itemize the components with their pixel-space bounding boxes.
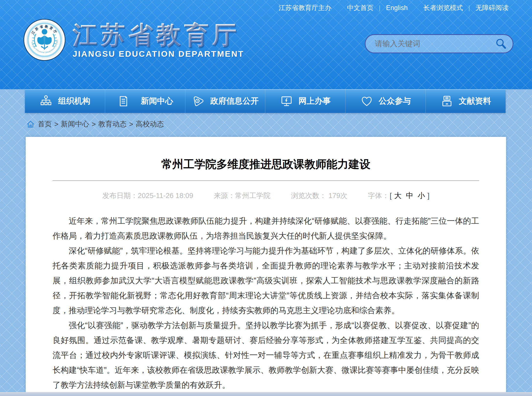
source-value: 常州工学院 — [235, 192, 270, 199]
breadcrumb-university-trends[interactable]: 高校动态 — [136, 119, 164, 129]
info-disclosure-icon — [192, 95, 205, 108]
breadcrumb-separator: > — [92, 120, 96, 128]
view-count-value: 179次 — [328, 192, 347, 199]
archive-icon — [440, 95, 454, 108]
title-divider — [53, 180, 479, 181]
nav-label: 组织机构 — [58, 96, 90, 107]
heart-icon — [360, 95, 373, 108]
breadcrumb-news-center[interactable]: 新闻中心 — [61, 119, 89, 129]
separator: ｜ — [466, 4, 472, 12]
elder-mode-link[interactable]: 长者浏览模式 — [423, 3, 463, 12]
nav-label: 文献资料 — [459, 96, 491, 107]
english-link[interactable]: English — [386, 4, 408, 12]
article-paragraph: 深化“研修赋能”，筑牢理论根基。坚持将理论学习与能力提升作为基础环节，构建了多层… — [53, 243, 479, 318]
breadcrumb-separator: > — [129, 120, 133, 128]
font-size-large-button[interactable]: 大 — [392, 191, 403, 201]
separator: ｜ — [377, 4, 383, 12]
home-icon — [26, 120, 35, 128]
nav-label: 政府信息公开 — [210, 96, 259, 107]
publish-date: 发布日期：2025-11-26 18:09 — [102, 191, 193, 201]
nav-item-news-center[interactable]: 新闻中心 — [105, 89, 185, 113]
nav-item-organization[interactable]: 组织机构 — [25, 89, 105, 113]
nav-label: 公众参与 — [379, 96, 411, 107]
article-paragraph: 强化“以赛强能”，驱动教学方法创新与质量提升。坚持以教学比赛为抓手，形成“以赛促… — [53, 318, 479, 392]
publish-date-label: 发布日期： — [102, 192, 138, 199]
font-size-small-button[interactable]: 小 — [416, 191, 427, 201]
article-meta: 发布日期：2025-11-26 18:09 来源：常州工学院 浏览次数： 179… — [26, 191, 506, 201]
nav-item-documents[interactable]: 文献资料 — [425, 89, 506, 113]
online-service-monitor-icon — [280, 95, 293, 108]
search-icon — [495, 38, 507, 50]
search-button[interactable] — [494, 37, 508, 51]
view-count: 浏览次数： 179次 — [291, 191, 347, 201]
article-card: 常州工学院多维度推进思政课教师能力建设 发布日期：2025-11-26 18:0… — [26, 137, 506, 393]
publish-date-value: 2025-11-26 18:09 — [138, 192, 193, 199]
chinese-home-link[interactable]: 中文首页 — [347, 3, 373, 12]
site-subtitle: JIANGSU EDUCATION DEPARTMENT — [73, 49, 244, 59]
font-size-label: 字体： — [368, 191, 389, 201]
top-utility-bar: 江苏省教育厅主办 中文首页 ｜ English 长者浏览模式 ｜ 无障碍阅读 — [278, 3, 509, 12]
breadcrumb: 首页 > 新闻中心 > 教育动态 > 高校动态 — [26, 119, 164, 130]
nav-item-gov-info-disclosure[interactable]: 政府信息公开 — [185, 89, 265, 113]
source-label: 来源： — [214, 192, 235, 199]
breadcrumb-home[interactable]: 首页 — [38, 119, 52, 129]
nav-label: 新闻中心 — [141, 96, 173, 107]
accessibility-link[interactable]: 无障碍阅读 — [476, 3, 509, 12]
nav-item-public-participation[interactable]: 公众参与 — [345, 89, 425, 113]
nav-item-online-services[interactable]: 网上办事 — [265, 89, 345, 113]
bracket-right: ] — [427, 192, 429, 200]
font-size-widget: 字体：[大中小] — [368, 191, 430, 201]
site-brand[interactable]: 江苏省教育厅 Jiangsu Provincial Department of … — [23, 19, 244, 61]
article-paragraph: 近年来，常州工学院聚焦思政课教师队伍能力提升，构建并持续深化“研修赋能、以赛强能… — [53, 213, 479, 243]
article-title: 常州工学院多维度推进思政课教师能力建设 — [26, 157, 506, 172]
source: 来源：常州工学院 — [214, 191, 270, 201]
font-size-medium-button[interactable]: 中 — [404, 191, 415, 201]
article-body: 近年来，常州工学院聚焦思政课教师队伍能力提升，构建并持续深化“研修赋能、以赛强能… — [53, 213, 479, 392]
host-link[interactable]: 江苏省教育厅主办 — [278, 3, 331, 12]
jiangsu-education-logo-icon: 江苏省教育厅 Jiangsu Provincial Department of … — [23, 19, 66, 61]
org-chart-icon — [39, 95, 53, 108]
breadcrumb-separator: > — [54, 120, 58, 128]
site-title: 江苏省教育厅 — [73, 22, 244, 48]
breadcrumb-education-trends[interactable]: 教育动态 — [98, 119, 127, 129]
search-box — [365, 34, 513, 53]
view-count-label: 浏览次数： — [291, 192, 326, 199]
nav-label: 网上办事 — [299, 96, 331, 107]
footer-edge-strip — [0, 392, 532, 396]
search-input[interactable] — [375, 39, 494, 48]
main-nav: 组织机构 新闻中心 政府信息公开 网上办事 公众参与 — [25, 89, 506, 113]
bracket-left: [ — [390, 192, 392, 200]
news-doc-icon — [117, 95, 130, 108]
